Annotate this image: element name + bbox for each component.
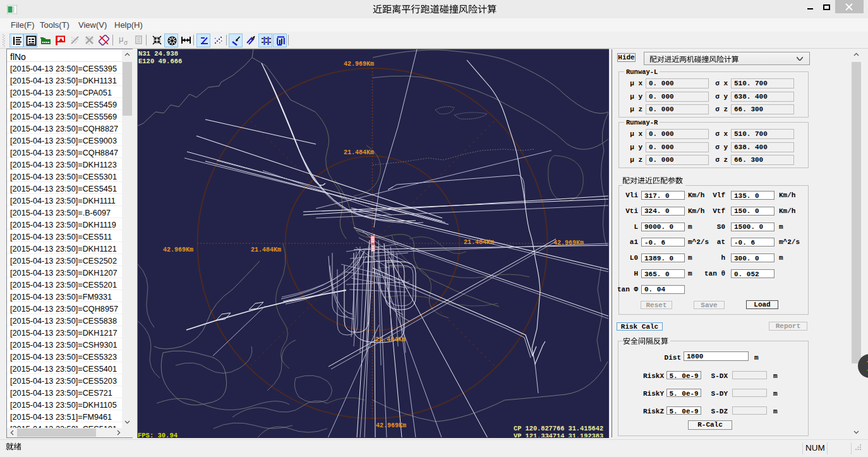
svg-text:42.969Km: 42.969Km <box>344 61 374 68</box>
svg-text:21.484Km: 21.484Km <box>344 149 374 156</box>
svg-text:21.484Km: 21.484Km <box>375 336 406 343</box>
svg-text:CP 120.827766 31.415642: CP 120.827766 31.415642 <box>514 425 603 432</box>
svg-text:21.484Km: 21.484Km <box>251 247 281 253</box>
svg-text:42.969Km: 42.969Km <box>553 240 584 247</box>
svg-text:σ: σ <box>124 39 128 46</box>
svg-text:N31 24.938: N31 24.938 <box>138 50 178 58</box>
svg-text:μ: μ <box>119 35 124 44</box>
svg-text:42.969Km: 42.969Km <box>376 422 406 429</box>
svg-text:E120 49.666: E120 49.666 <box>138 58 182 65</box>
svg-text:VP 121.334714 31.192383: VP 121.334714 31.192383 <box>514 432 603 438</box>
svg-text:21.484Km: 21.484Km <box>464 239 494 246</box>
svg-text:42.969Km: 42.969Km <box>163 247 193 253</box>
svg-text:FPS: 30.94: FPS: 30.94 <box>138 432 178 437</box>
